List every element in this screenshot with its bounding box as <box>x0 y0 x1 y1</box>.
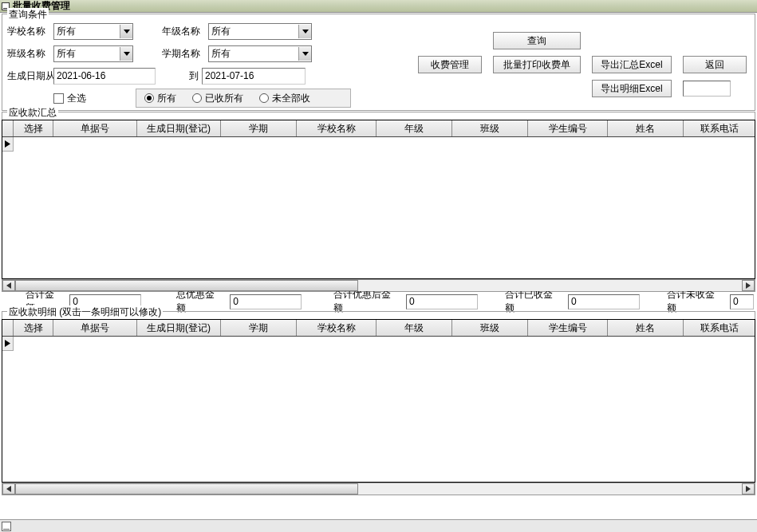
col-phone[interactable]: 联系电话 <box>684 320 755 336</box>
query-conditions-group: 查询条件 学校名称 年级名称 班级名称 学期名称 生成日期从 到 <box>2 14 755 111</box>
chevron-down-icon[interactable] <box>298 25 311 38</box>
col-bill-no[interactable]: 单据号 <box>53 320 137 336</box>
school-combo-input[interactable] <box>54 25 120 38</box>
school-combo[interactable] <box>53 23 133 40</box>
term-combo-input[interactable] <box>209 47 298 61</box>
after-discount-value: 0 <box>406 294 478 309</box>
class-combo[interactable] <box>53 45 133 62</box>
svg-marker-4 <box>5 140 10 148</box>
col-bill-no[interactable]: 单据号 <box>53 120 137 136</box>
col-school[interactable]: 学校名称 <box>297 320 377 336</box>
col-select[interactable]: 选择 <box>14 120 53 136</box>
col-term[interactable]: 学期 <box>221 120 297 136</box>
checkbox-box[interactable] <box>53 93 64 104</box>
radio-not-all-received[interactable]: 未全部收 <box>259 92 310 105</box>
row-header-corner <box>2 120 14 136</box>
scroll-right-icon[interactable] <box>742 280 755 291</box>
query-button[interactable]: 查询 <box>493 32 581 49</box>
export-detail-button[interactable]: 导出明细Excel <box>592 80 672 97</box>
back-button[interactable]: 返回 <box>683 56 747 73</box>
unreceived-value: 0 <box>730 294 754 309</box>
scroll-right-icon[interactable] <box>742 483 755 495</box>
svg-marker-0 <box>124 30 130 33</box>
svg-marker-8 <box>6 486 11 492</box>
col-class[interactable]: 班级 <box>452 120 528 136</box>
radio-dot[interactable] <box>144 93 154 103</box>
col-grade[interactable]: 年级 <box>377 320 452 336</box>
status-icon <box>2 522 11 531</box>
scroll-left-icon[interactable] <box>2 483 15 495</box>
detail-horizontal-scrollbar[interactable] <box>2 483 755 495</box>
chevron-down-icon[interactable] <box>298 47 311 61</box>
col-student-id[interactable]: 学生编号 <box>528 320 608 336</box>
select-all-checkbox[interactable]: 全选 <box>53 92 86 105</box>
total-discount-value: 0 <box>230 294 302 309</box>
radio-received-all[interactable]: 已收所有 <box>192 92 243 105</box>
col-term[interactable]: 学期 <box>221 320 297 336</box>
term-label: 学期名称 <box>162 47 208 61</box>
school-label: 学校名称 <box>7 25 53 38</box>
svg-marker-7 <box>5 340 10 347</box>
class-combo-input[interactable] <box>54 47 120 61</box>
detail-grid-header: 选择 单据号 生成日期(登记) 学期 学校名称 年级 班级 学生编号 姓名 联系… <box>2 320 755 337</box>
svg-marker-5 <box>6 282 11 289</box>
svg-marker-2 <box>124 52 130 56</box>
query-legend: 查询条件 <box>7 8 49 22</box>
small-input[interactable] <box>683 81 731 97</box>
scroll-track[interactable] <box>15 483 742 495</box>
filter-radio-group: 所有 已收所有 未全部收 <box>136 89 351 108</box>
batch-print-button[interactable]: 批量打印收费单 <box>493 56 581 73</box>
status-bar <box>0 519 757 532</box>
summary-grid-header: 选择 单据号 生成日期(登记) 学期 学校名称 年级 班级 学生编号 姓名 联系… <box>2 120 755 137</box>
export-summary-button[interactable]: 导出汇总Excel <box>592 56 672 73</box>
date-to-input[interactable] <box>202 68 306 85</box>
col-name[interactable]: 姓名 <box>608 320 684 336</box>
row-pointer-icon <box>2 137 14 152</box>
svg-marker-6 <box>746 282 751 289</box>
scroll-track[interactable] <box>15 280 742 291</box>
term-combo[interactable] <box>208 45 312 62</box>
summary-horizontal-scrollbar[interactable] <box>2 279 755 292</box>
chevron-down-icon[interactable] <box>120 25 132 38</box>
col-phone[interactable]: 联系电话 <box>684 120 755 136</box>
row-pointer-icon <box>2 337 14 351</box>
detail-grid[interactable]: 选择 单据号 生成日期(登记) 学期 学校名称 年级 班级 学生编号 姓名 联系… <box>2 319 755 483</box>
class-label: 班级名称 <box>7 47 53 61</box>
svg-marker-3 <box>302 52 309 56</box>
row-header-corner <box>2 320 14 336</box>
col-gen-date[interactable]: 生成日期(登记) <box>137 320 221 336</box>
radio-dot[interactable] <box>192 93 202 103</box>
chevron-down-icon[interactable] <box>120 47 132 61</box>
scroll-left-icon[interactable] <box>2 280 15 291</box>
summary-grid[interactable]: 选择 单据号 生成日期(登记) 学期 学校名称 年级 班级 学生编号 姓名 联系… <box>2 120 755 279</box>
detail-legend: 应收款明细 (双击一条明细可以修改) <box>7 305 163 319</box>
col-school[interactable]: 学校名称 <box>297 120 377 136</box>
summary-current-row-marker <box>2 137 755 152</box>
scroll-thumb[interactable] <box>15 483 358 495</box>
button-area: 查询 收费管理 批量打印收费单 导出汇总Excel 返回 导出明细Excel <box>418 32 747 97</box>
fee-manage-button[interactable]: 收费管理 <box>418 56 482 73</box>
title-bar: 批量收费管理 <box>0 0 757 13</box>
col-student-id[interactable]: 学生编号 <box>528 120 608 136</box>
svg-marker-1 <box>302 30 309 33</box>
summary-legend: 应收款汇总 <box>7 106 58 120</box>
col-class[interactable]: 班级 <box>452 320 528 336</box>
date-from-label: 生成日期从 <box>7 69 60 83</box>
date-to-label: 到 <box>156 69 202 83</box>
col-select[interactable]: 选择 <box>14 320 53 336</box>
col-gen-date[interactable]: 生成日期(登记) <box>137 120 221 136</box>
svg-marker-9 <box>746 486 751 492</box>
received-value: 0 <box>568 294 640 309</box>
col-grade[interactable]: 年级 <box>377 120 452 136</box>
radio-all[interactable]: 所有 <box>144 92 176 105</box>
scroll-thumb[interactable] <box>15 280 358 291</box>
radio-dot[interactable] <box>259 93 269 103</box>
col-name[interactable]: 姓名 <box>608 120 684 136</box>
detail-section-header: 应收款明细 (双击一条明细可以修改) <box>2 311 755 319</box>
select-all-label: 全选 <box>67 92 86 105</box>
detail-current-row-marker <box>2 337 755 351</box>
summary-section-header: 应收款汇总 <box>2 112 755 120</box>
grade-combo[interactable] <box>208 23 312 40</box>
grade-combo-input[interactable] <box>209 25 298 38</box>
date-from-input[interactable] <box>53 68 156 85</box>
